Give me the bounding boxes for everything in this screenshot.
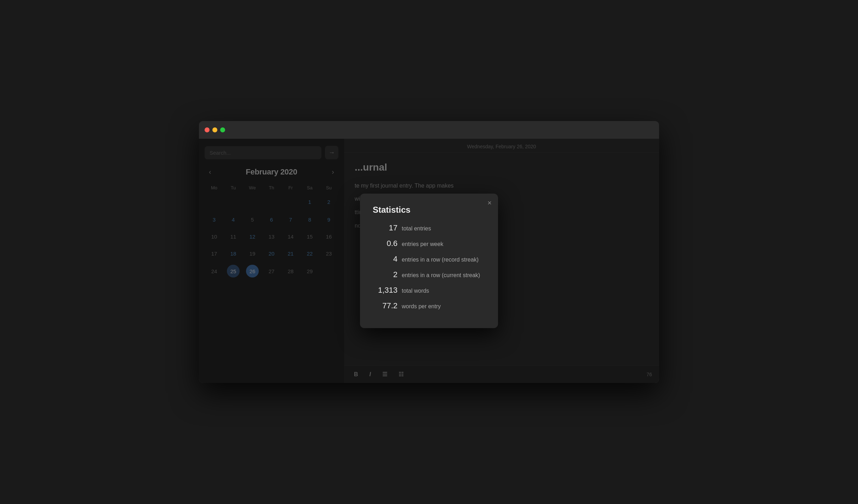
stat-row-3: 2entries in a row (current streak) — [373, 270, 485, 279]
minimize-button[interactable] — [212, 127, 217, 132]
stat-row-4: 1,313total words — [373, 286, 485, 295]
stat-value-3: 2 — [373, 270, 397, 279]
stat-label-4: total words — [402, 288, 429, 294]
stat-label-3: entries in a row (current streak) — [402, 272, 480, 279]
stat-label-5: words per entry — [402, 303, 441, 310]
stat-value-5: 77.2 — [373, 301, 397, 310]
maximize-button[interactable] — [220, 127, 225, 132]
stats-container: 17total entries0.6entries per week4entri… — [373, 223, 485, 310]
modal-title: Statistics — [373, 205, 485, 215]
stat-row-5: 77.2words per entry — [373, 301, 485, 310]
stat-value-0: 17 — [373, 223, 397, 233]
stat-label-0: total entries — [402, 225, 431, 232]
stat-label-2: entries in a row (record streak) — [402, 257, 479, 263]
stat-label-1: entries per week — [402, 241, 443, 247]
stat-row-1: 0.6entries per week — [373, 239, 485, 248]
stat-value-4: 1,313 — [373, 286, 397, 295]
app-window: → ‹ February 2020 › MoTuWeThFrSaSu 12345… — [199, 121, 659, 383]
close-button[interactable] — [205, 127, 210, 132]
statistics-modal: × Statistics 17total entries0.6entries p… — [360, 194, 498, 328]
stat-row-2: 4entries in a row (record streak) — [373, 254, 485, 264]
main-layout: → ‹ February 2020 › MoTuWeThFrSaSu 12345… — [199, 139, 659, 383]
stat-value-2: 4 — [373, 254, 397, 264]
stat-value-1: 0.6 — [373, 239, 397, 248]
stat-row-0: 17total entries — [373, 223, 485, 233]
title-bar — [199, 121, 659, 139]
modal-close-button[interactable]: × — [487, 199, 492, 206]
modal-overlay[interactable]: × Statistics 17total entries0.6entries p… — [199, 139, 659, 383]
